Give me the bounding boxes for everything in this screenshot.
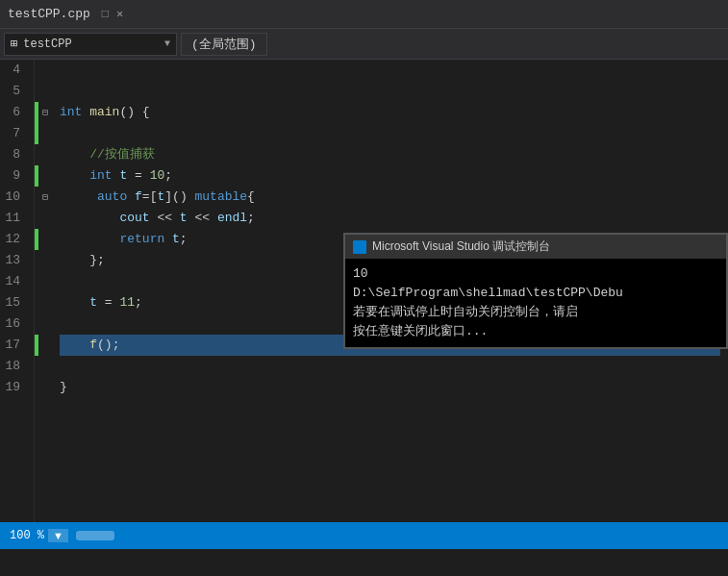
line-num-14: 14 xyxy=(4,271,26,292)
line-num-11: 11 xyxy=(4,208,26,229)
col-9 xyxy=(38,165,52,187)
debug-console-label: Microsoft Visual Studio 调试控制台 xyxy=(372,238,550,255)
code-line-18 xyxy=(60,356,720,377)
line-num-15: 15 xyxy=(4,292,26,313)
line-num-13: 13 xyxy=(4,250,26,271)
fn-f: f xyxy=(89,335,97,356)
line-num-6: 6 xyxy=(4,102,26,123)
nav-bar: ⊞ testCPP ▼ (全局范围) xyxy=(0,29,728,60)
var-endl: endl xyxy=(217,208,247,229)
col-8 xyxy=(38,144,52,165)
var-t2: t xyxy=(180,208,188,229)
pin-icon[interactable]: □ xyxy=(102,8,109,21)
code-line-19: } xyxy=(60,377,720,398)
kw-int2: int xyxy=(89,165,112,187)
collapse-bar: ⊟ ⊟ xyxy=(38,60,52,549)
var-cout: cout xyxy=(119,208,149,229)
col-12 xyxy=(38,229,52,250)
line-num-8: 8 xyxy=(4,144,26,165)
line-num-18: 18 xyxy=(4,356,26,377)
editor-container: 4 5 6 7 8 9 10 11 12 13 14 15 16 17 18 1… xyxy=(0,60,728,549)
kw-int: int xyxy=(60,102,82,123)
code-line-9: int t = 10 ; xyxy=(60,165,720,187)
close-icon[interactable]: ✕ xyxy=(116,7,123,21)
kw-mutable: mutable xyxy=(195,187,248,208)
scope-icon: ⊞ xyxy=(11,37,17,51)
kw-auto: auto xyxy=(97,187,127,208)
global-scope: (全局范围) xyxy=(181,33,267,56)
capture-t: t xyxy=(157,187,164,208)
comment-capture: //按值捕获 xyxy=(89,144,155,165)
line-num-16: 16 xyxy=(4,313,26,335)
tab-filename: testCPP.cpp xyxy=(8,7,90,21)
var-t4: t xyxy=(89,292,97,313)
output-line-1: 10 xyxy=(353,264,718,284)
line-num-17: 17 xyxy=(4,335,26,356)
col-16 xyxy=(38,313,52,335)
output-line-5: 按任意键关闭此窗口... xyxy=(353,322,718,341)
line-num-12: 12 xyxy=(4,229,26,250)
code-line-5 xyxy=(60,81,720,102)
scope-name: testCPP xyxy=(23,38,71,51)
col-4 xyxy=(38,60,52,81)
var-f: f xyxy=(135,187,142,208)
output-line-4: 若要在调试停止时自动关闭控制台，请启 xyxy=(353,303,718,322)
code-line-7 xyxy=(60,123,720,144)
col-14 xyxy=(38,271,52,292)
col-18 xyxy=(38,356,52,377)
fn-main: main xyxy=(89,102,119,123)
debug-console-title: Microsoft Visual Studio 调试控制台 xyxy=(345,235,726,259)
status-bar: 100 % ▼ xyxy=(0,522,728,549)
scope-selector[interactable]: ⊞ testCPP ▼ xyxy=(4,33,177,56)
col-6[interactable]: ⊟ xyxy=(38,102,52,123)
line-num-4: 4 xyxy=(4,60,26,81)
line-num-7: 7 xyxy=(4,123,26,144)
col-17 xyxy=(38,335,52,356)
col-19 xyxy=(38,377,52,398)
line-num-19: 19 xyxy=(4,377,26,398)
col-7 xyxy=(38,123,52,144)
num-10: 10 xyxy=(150,165,165,187)
col-15 xyxy=(38,292,52,313)
title-bar: testCPP.cpp □ ✕ xyxy=(0,0,728,29)
num-11: 11 xyxy=(119,292,135,313)
dropdown-arrow: ▼ xyxy=(164,38,170,49)
col-5 xyxy=(38,81,52,102)
code-line-6: int main () { xyxy=(60,102,720,123)
debug-console: Microsoft Visual Studio 调试控制台 10 D:\Self… xyxy=(343,233,728,349)
zoom-control: 100 % ▼ xyxy=(10,529,68,542)
vs-icon xyxy=(353,240,366,254)
code-line-8: //按值捕获 xyxy=(60,144,720,165)
zoom-label: 100 % xyxy=(10,529,44,542)
horizontal-scrollbar[interactable] xyxy=(76,531,114,540)
col-13 xyxy=(38,250,52,271)
debug-console-body: 10 D:\SelfProgram\shellmad\testCPP\Debu … xyxy=(345,259,726,347)
line-num-5: 5 xyxy=(4,81,26,102)
col-11 xyxy=(38,208,52,229)
var-t3: t xyxy=(172,229,180,250)
col-10[interactable]: ⊟ xyxy=(38,187,52,208)
zoom-dropdown-btn[interactable]: ▼ xyxy=(48,529,68,542)
line-num-9: 9 xyxy=(4,165,26,187)
var-t: t xyxy=(119,165,127,187)
code-line-11: cout << t << endl ; xyxy=(60,208,720,229)
line-num-10: 10 xyxy=(4,187,26,208)
code-line-4 xyxy=(60,60,720,81)
kw-return: return xyxy=(119,229,164,250)
code-line-10: auto f =[ t ]() mutable { xyxy=(60,187,720,208)
line-numbers: 4 5 6 7 8 9 10 11 12 13 14 15 16 17 18 1… xyxy=(0,60,35,549)
output-line-3: D:\SelfProgram\shellmad\testCPP\Debu xyxy=(353,284,718,303)
